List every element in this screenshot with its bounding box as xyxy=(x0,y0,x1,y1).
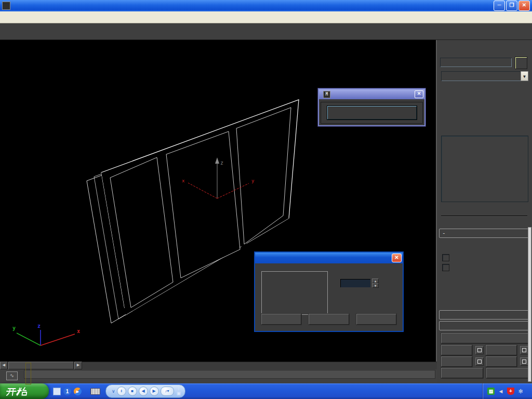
world-y-label: y xyxy=(12,325,16,331)
bevel-inset-row xyxy=(441,356,528,367)
close-button[interactable]: ✕ xyxy=(518,1,530,11)
time-slider: ◀ ▶ xyxy=(0,362,437,369)
track-ruler[interactable] xyxy=(24,370,435,379)
collapse-icon: - xyxy=(442,229,446,237)
menu-bar xyxy=(0,11,532,23)
desktop: ─ ❐ ✕ xyxy=(0,0,532,399)
volume-icon[interactable]: ♪▾ xyxy=(161,387,174,396)
selected-polygon-right[interactable] xyxy=(236,108,291,244)
by-vertex-row xyxy=(442,254,453,261)
show-desktop-icon[interactable] xyxy=(53,388,61,395)
taskbar: 1 ▶ ∨ ‖ ■ ◀ ▶ ♪▾ ↕▣ ▨ ◄ + ✻ xyxy=(0,383,532,399)
apply-button[interactable] xyxy=(261,314,301,325)
track-bar[interactable]: ∿ xyxy=(0,369,437,383)
media-player-icon[interactable]: ▶ xyxy=(74,388,82,395)
modifier-list-dropdown[interactable]: ▼ xyxy=(441,71,528,81)
chevron-down-icon[interactable]: ▼ xyxy=(521,71,528,81)
command-panel: ▼ - xyxy=(437,40,532,383)
extrude-outline-row xyxy=(441,345,528,355)
warning-dialog-titlebar[interactable]: M ✕ xyxy=(319,89,424,99)
outline-button[interactable] xyxy=(486,345,517,355)
antivirus-shield-icon[interactable]: + xyxy=(507,388,514,395)
extrusion-height-field[interactable] xyxy=(340,279,370,287)
inset-button[interactable] xyxy=(486,356,517,367)
mini-curve-editor-icon[interactable]: ∿ xyxy=(6,371,18,380)
rollout-soft-selection[interactable] xyxy=(439,310,529,320)
ignore-backfacing-checkbox[interactable] xyxy=(442,264,449,271)
start-label xyxy=(6,386,29,396)
extrusion-type-group xyxy=(261,271,328,315)
app-icon: M xyxy=(323,91,330,98)
extrude-polygons-dialog: ✕ ▲ ▼ xyxy=(254,251,404,332)
gizmo-x-label: x xyxy=(182,178,185,183)
modifier-stack[interactable] xyxy=(441,136,528,202)
volume-tray-icon[interactable]: ◄ xyxy=(497,388,504,395)
current-frame-marker[interactable] xyxy=(25,363,31,384)
previous-frame-icon[interactable]: ◀ xyxy=(0,362,8,369)
object-color-swatch[interactable] xyxy=(515,57,527,69)
rollout-selection[interactable]: - xyxy=(439,229,529,238)
title-bar: ─ ❐ ✕ xyxy=(0,0,532,11)
main-toolbar xyxy=(0,23,532,40)
gizmo-z-label: z xyxy=(220,160,223,166)
extrude-button[interactable] xyxy=(441,345,472,355)
previous-track-icon[interactable]: ◀ xyxy=(139,387,148,396)
rollout-edit-polygons[interactable] xyxy=(439,321,529,330)
tray-utility-icon[interactable]: ✻ xyxy=(517,388,524,395)
outline-settings-icon[interactable] xyxy=(520,346,528,354)
stop-icon[interactable]: ■ xyxy=(128,387,137,396)
gizmo-y-label: y xyxy=(251,178,255,183)
world-x-label: x xyxy=(77,328,80,334)
panel-scrollbar[interactable] xyxy=(528,227,531,382)
time-slider-handle[interactable] xyxy=(8,362,74,369)
retriangulate-flip-row xyxy=(441,368,528,378)
close-icon[interactable]: ✕ xyxy=(392,254,402,262)
world-z-label: z xyxy=(37,323,41,329)
object-name-field[interactable] xyxy=(440,58,512,67)
bevel-settings-icon[interactable] xyxy=(475,357,484,366)
deskband-grip-icon[interactable]: ↕▣ xyxy=(177,387,181,396)
extrusion-height-spinner: ▲ ▼ xyxy=(372,278,379,288)
world-axis-tripod: z y x xyxy=(12,323,80,345)
keyboard-layout-icon[interactable] xyxy=(90,388,100,395)
chevron-down-icon[interactable]: ∨ xyxy=(112,389,115,394)
media-player-deskband: ∨ ‖ ■ ◀ ▶ ♪▾ ↕▣ xyxy=(105,384,185,398)
restore-button[interactable]: ❐ xyxy=(506,1,517,11)
exit-isolation-button[interactable] xyxy=(327,106,417,119)
tray-app-icon[interactable]: ▨ xyxy=(487,388,495,395)
extrude-dialog-titlebar[interactable]: ✕ xyxy=(255,252,403,263)
spinner-down-icon[interactable]: ▼ xyxy=(372,283,379,288)
ok-button[interactable] xyxy=(309,314,349,325)
system-tray: ▨ ◄ + ✻ xyxy=(483,383,532,399)
app-icon xyxy=(2,2,10,10)
retriangulate-button[interactable] xyxy=(441,368,483,378)
next-frame-icon[interactable]: ▶ xyxy=(74,362,82,369)
pause-icon[interactable]: ‖ xyxy=(117,387,126,396)
minimize-button[interactable]: ─ xyxy=(494,1,505,11)
extrude-settings-icon[interactable] xyxy=(475,346,484,354)
msn-icon[interactable]: 1 xyxy=(63,388,71,395)
start-button[interactable] xyxy=(0,383,49,399)
next-track-icon[interactable]: ▶ xyxy=(150,387,159,396)
cancel-button[interactable] xyxy=(356,314,396,325)
inset-settings-icon[interactable] xyxy=(520,357,528,366)
modifier-stack-toolbar xyxy=(441,204,527,217)
bevel-button[interactable] xyxy=(441,356,472,367)
warning-dialog-body xyxy=(321,102,423,124)
flip-button[interactable] xyxy=(486,368,528,378)
spinner-up-icon[interactable]: ▲ xyxy=(372,278,379,283)
isolate-warning-dialog: M ✕ xyxy=(318,88,425,126)
by-vertex-checkbox[interactable] xyxy=(442,254,449,261)
quick-launch: 1 ▶ xyxy=(49,388,88,395)
close-icon[interactable]: ✕ xyxy=(415,90,423,98)
ignore-backfacing-row xyxy=(442,264,453,271)
insert-vertex-button[interactable] xyxy=(441,333,528,343)
